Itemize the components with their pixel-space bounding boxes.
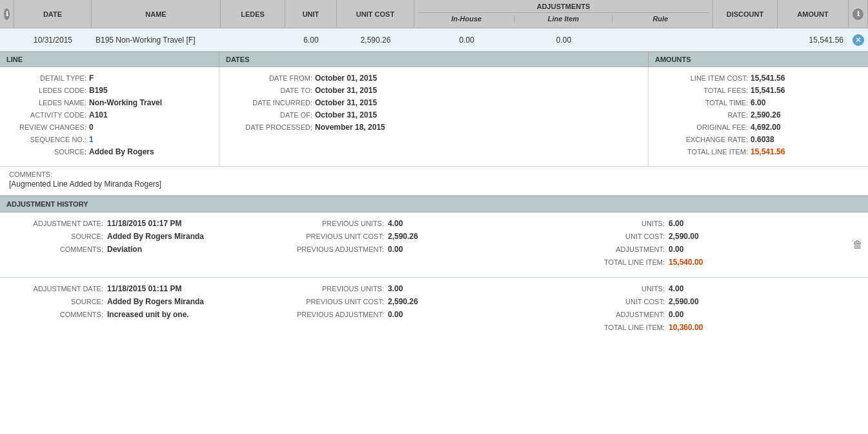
table-row: 10/31/2015 B195 Non-Working Travel [F] 6… xyxy=(0,28,868,52)
adjustment-history-header: ADJUSTMENT HISTORY xyxy=(0,196,868,212)
original-fee-label: ORIGINAL FEE: xyxy=(658,123,748,131)
date-incurred-row: DATE INCURRED: October 31, 2015 xyxy=(228,98,639,107)
comments-label: COMMENTS: xyxy=(9,170,859,178)
adj-source-row-2: SOURCE: Added By Rogers Miranda xyxy=(13,297,294,306)
rate-row: RATE: 2,590.26 xyxy=(658,110,859,119)
adj-total-label-2: TOTAL LINE ITEM: xyxy=(574,324,665,331)
detail-type-label: DETAIL TYPE: xyxy=(9,74,86,82)
delete-icon-1[interactable]: 🗑 xyxy=(853,239,863,251)
line-section-header: LINE xyxy=(0,52,219,67)
source-label: SOURCE: xyxy=(9,148,86,156)
adj-total-value-1: 15,540.00 xyxy=(669,258,703,267)
adj-prev-units-value-2: 3.00 xyxy=(388,284,403,293)
adj-adjustment-row-1: ADJUSTMENT: 0.00 xyxy=(574,245,855,254)
row-date: 10/31/2015 xyxy=(14,36,92,45)
adj-date-value-1: 11/18/2015 01:17 PM xyxy=(107,219,181,228)
line-detail-col: DETAIL TYPE: F LEDES CODE: B195 LEDES NA… xyxy=(0,67,219,166)
adj-units-value-2: 4.00 xyxy=(669,284,683,293)
source-row: SOURCE: Added By Rogers xyxy=(9,147,210,156)
in-house-subheader: In-House xyxy=(418,15,514,23)
adj-adjustment-value-2: 0.00 xyxy=(669,310,683,319)
adj-source-label-1: SOURCE: xyxy=(13,232,103,240)
date-incurred-label: DATE INCURRED: xyxy=(228,99,312,107)
adj-date-row-2: ADJUSTMENT DATE: 11/18/2015 01:11 PM xyxy=(13,284,294,293)
adj-unit-cost-value-1: 2,590.00 xyxy=(669,232,699,241)
amount-column-header: AMOUNT xyxy=(778,0,849,28)
adj-col-left-2: ADJUSTMENT DATE: 11/18/2015 01:11 PM SOU… xyxy=(13,284,294,336)
adj-comments-value-1: Deviation xyxy=(107,245,142,254)
ledes-code-label: LEDES CODE: xyxy=(9,87,86,94)
row-unit: 6.00 xyxy=(285,36,337,45)
info-circle-icon[interactable]: ℹ xyxy=(4,8,10,20)
adj-source-value-2: Added By Rogers Miranda xyxy=(107,297,204,306)
original-fee-value: 4,692.00 xyxy=(751,123,781,132)
date-to-row: DATE TO: October 31, 2015 xyxy=(228,86,639,95)
adj-total-row-2: TOTAL LINE ITEM: 10,360.00 xyxy=(574,323,855,332)
rate-label: RATE: xyxy=(658,111,748,119)
exchange-rate-value: 0.6038 xyxy=(751,135,774,144)
date-of-row: DATE OF: October 31, 2015 xyxy=(228,110,639,119)
sequence-no-value: 1 xyxy=(89,135,94,144)
discount-column-header: DISCOUNT xyxy=(713,0,778,28)
adj-prev-unit-cost-value-1: 2,590.26 xyxy=(388,232,418,241)
rate-value: 2,590.26 xyxy=(751,110,781,119)
info-icon-right[interactable]: ℹ xyxy=(853,8,863,20)
adj-prev-unit-cost-label-2: PREVIOUS UNIT COST: xyxy=(294,298,384,305)
adjustments-subheaders: In-House Line Item Rule xyxy=(418,15,709,23)
detail-type-row: DETAIL TYPE: F xyxy=(9,74,210,83)
adj-prev-units-label-2: PREVIOUS UNITS: xyxy=(294,285,384,293)
comments-section: COMMENTS: [Augmented Line Added by Miran… xyxy=(0,167,868,196)
actions-column-header: ℹ xyxy=(849,0,868,28)
adj-col-right-2: UNITS: 4.00 UNIT COST: 2,590.00 ADJUSTME… xyxy=(574,284,855,336)
date-column-header: DATE xyxy=(14,0,92,28)
ledes-name-row: LEDES NAME: Non-Working Travel xyxy=(9,98,210,107)
date-processed-row: DATE PROCESSED: November 18, 2015 xyxy=(228,123,639,132)
row-amount: 15,541.56 xyxy=(778,36,849,45)
date-from-row: DATE FROM: October 01, 2015 xyxy=(228,74,639,83)
adj-source-value-1: Added By Rogers Miranda xyxy=(107,232,204,241)
date-of-value: October 31, 2015 xyxy=(315,110,377,119)
adj-units-label-1: UNITS: xyxy=(574,220,665,227)
adj-unit-cost-label-2: UNIT COST: xyxy=(574,298,665,305)
adj-adjustment-row-2: ADJUSTMENT: 0.00 xyxy=(574,310,855,319)
adj-comments-label-1: COMMENTS: xyxy=(13,245,103,253)
adjustments-label: ADJUSTMENTS xyxy=(418,3,709,13)
adj-adjustment-label-1: ADJUSTMENT: xyxy=(574,245,665,253)
remove-icon[interactable]: ✕ xyxy=(853,34,864,46)
adj-prev-units-value-1: 4.00 xyxy=(388,219,403,228)
line-item-cost-value: 15,541.56 xyxy=(751,74,785,83)
date-to-label: DATE TO: xyxy=(228,87,312,94)
adj-prev-unit-cost-value-2: 2,590.26 xyxy=(388,297,418,306)
exchange-rate-label: EXCHANGE RATE: xyxy=(658,136,748,143)
review-changes-row: REVIEW CHANGES: 0 xyxy=(9,123,210,132)
ledes-name-label: LEDES NAME: xyxy=(9,99,86,107)
row-action[interactable]: ✕ xyxy=(849,34,868,46)
adjustment-block-2: ADJUSTMENT DATE: 11/18/2015 01:11 PM SOU… xyxy=(0,278,868,342)
total-line-item-value: 15,541.56 xyxy=(751,147,785,156)
line-item-cost-row: LINE ITEM COST: 15,541.56 xyxy=(658,74,859,83)
ledes-name-value: Non-Working Travel xyxy=(89,98,162,107)
amounts-detail-col: LINE ITEM COST: 15,541.56 TOTAL FEES: 15… xyxy=(649,67,868,166)
adj-comments-row-1: COMMENTS: Deviation xyxy=(13,245,294,254)
date-from-label: DATE FROM: xyxy=(228,74,312,82)
ledes-code-row: LEDES CODE: B195 xyxy=(9,86,210,95)
adj-prev-adj-row-1: PREVIOUS ADJUSTMENT: 0.00 xyxy=(294,245,574,254)
adj-adjustment-value-1: 0.00 xyxy=(669,245,683,254)
adj-prev-unit-cost-row-1: PREVIOUS UNIT COST: 2,590.26 xyxy=(294,232,574,241)
row-unit-cost: 2,590.26 xyxy=(337,36,414,45)
comments-text: [Augmented Line Added by Miranda Rogers] xyxy=(9,180,859,189)
row-adjustments: 0.00 0.00 xyxy=(414,36,713,45)
adj-prev-adj-value-2: 0.00 xyxy=(388,310,403,319)
sequence-no-row: SEQUENCE NO.: 1 xyxy=(9,135,210,144)
name-column-header: NAME xyxy=(92,0,221,28)
amounts-section-header: AMOUNTS xyxy=(649,52,868,67)
ledes-code-value: B195 xyxy=(89,86,108,95)
info-icon-left[interactable]: ℹ xyxy=(0,0,14,28)
adj-unit-cost-value-2: 2,590.00 xyxy=(669,297,699,306)
adj-source-row-1: SOURCE: Added By Rogers Miranda xyxy=(13,232,294,241)
adj-prev-units-row-1: PREVIOUS UNITS: 4.00 xyxy=(294,219,574,228)
adj-date-value-2: 11/18/2015 01:11 PM xyxy=(107,284,181,293)
total-line-item-label: TOTAL LINE ITEM: xyxy=(658,148,748,156)
adj-prev-adj-value-1: 0.00 xyxy=(388,245,403,254)
review-changes-label: REVIEW CHANGES: xyxy=(9,123,86,131)
